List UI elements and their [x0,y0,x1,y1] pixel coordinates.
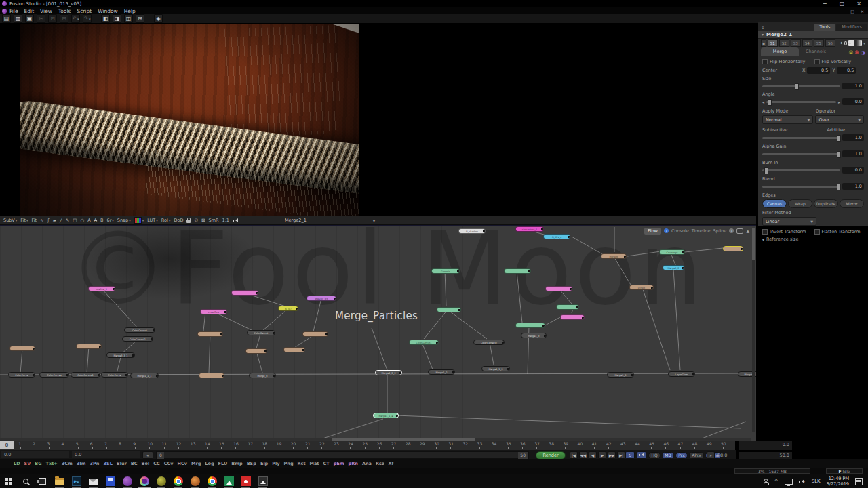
flow-node[interactable]: N_KPz_s [543,234,570,239]
node-output-port[interactable] [396,415,398,417]
node-output-port[interactable] [457,270,459,272]
flower-icon[interactable]: ✱ [854,49,859,56]
blend-field[interactable]: 1.0 [842,183,864,190]
node-output-port[interactable] [692,373,694,375]
flow-node[interactable]: ColorCurves [39,372,69,378]
flow-node[interactable]: Merge1_6 [607,372,634,378]
node-output-port[interactable] [326,333,328,336]
toolbin-ct[interactable]: CT [323,461,329,466]
node-output-port[interactable] [542,325,545,327]
layout-quad-button[interactable]: ⊞ [136,14,144,23]
comment-bubble-icon[interactable] [736,228,743,234]
taskbar-chrome-2[interactable] [203,474,220,488]
flow-node[interactable]: Merge1_5_3 [481,366,510,371]
node-output-port[interactable] [256,292,258,294]
save-button[interactable]: ▣ [25,14,34,23]
node-output-port[interactable] [528,270,530,272]
lock-icon[interactable] [186,218,191,223]
current-frame-indicator[interactable]: 0 [0,441,14,449]
flow-node[interactable] [515,323,545,328]
node-output-port[interactable] [502,342,504,344]
node-output-port[interactable] [631,374,633,376]
version-collapse-icon[interactable]: ▪ [761,39,766,47]
flow-node[interactable] [76,344,102,349]
tool-header[interactable]: ▾ Merge2_1 [758,30,868,39]
copy-button[interactable]: ⊡ [48,14,57,23]
node-output-port[interactable] [651,287,653,289]
node-output-port[interactable] [296,308,298,310]
quality-aprx-button[interactable]: APrx [689,452,704,459]
buffer-ab-split-button[interactable]: A [94,218,97,223]
redo-button[interactable]: ↷▾ [83,14,92,23]
flow-horizontal-scrollbar[interactable] [0,438,751,441]
node-output-port[interactable] [125,374,127,376]
flow-node[interactable]: LayerGlow [668,371,695,377]
menu-file[interactable]: File [9,8,18,14]
dod-button[interactable]: DoD [174,218,183,223]
flow-node[interactable] [283,347,305,352]
flow-tab-timeline[interactable]: Timeline [692,228,711,234]
fit-button[interactable]: Fit [31,218,37,223]
lut-button[interactable]: LUT▾ [147,218,158,223]
node-output-port[interactable] [113,288,115,290]
flow-tab-console[interactable]: Console [671,228,689,234]
version-s3-button[interactable]: S3 [791,39,801,47]
angle-right-arrow-icon[interactable]: ▸ [838,100,840,104]
undo-dropdown-icon[interactable]: ▾ [77,17,79,21]
taskbar-olive-app[interactable] [153,474,170,488]
flow-node[interactable]: Merge6 [601,253,627,259]
flow-tab-flow[interactable]: Flow [644,228,661,235]
flow-node[interactable]: Genesis [431,268,460,274]
timeline-ruler[interactable]: 0123456789101112131415161718192021222324… [0,441,735,450]
mask-tool-icon[interactable]: ▰ [53,218,56,223]
language-indicator[interactable]: SLK [812,479,821,484]
node-output-port[interactable] [153,329,155,331]
flow-node[interactable]: ColorCorrect [124,327,155,333]
paste-button[interactable]: ⊟ [60,14,68,23]
image-viewer[interactable] [20,24,359,216]
taskbar-photoshop[interactable]: Ps [68,474,85,488]
node-output-port[interactable] [132,354,134,357]
flow-node[interactable]: Merge1_2 [428,369,455,375]
quality-prx-button[interactable]: Prx [675,452,688,459]
node-output-port[interactable] [507,368,509,370]
toolbin-3pn[interactable]: 3Pn [90,461,100,466]
filter-method-dropdown[interactable]: Linear▼ [762,217,816,226]
invert-transform-checkbox[interactable] [762,229,768,235]
subtractive-additive-field[interactable]: 1.0 [842,134,864,141]
goto-start-button[interactable]: |◀ [570,451,578,459]
burn-in-slider[interactable] [762,169,840,171]
guides-button[interactable]: 6r▾ [107,218,114,223]
flow-node[interactable] [504,268,531,274]
toolbin-bsp[interactable]: BSp [247,461,256,466]
flow-node[interactable] [231,290,258,296]
step-forward-button[interactable]: » [707,451,715,459]
buffer-a-button[interactable]: A [87,218,90,223]
toolbin-mat[interactable]: Mat [310,461,319,466]
taskbar-orange-app[interactable] [186,474,203,488]
toolbin-3sl[interactable]: 3SL [103,461,112,466]
node-output-port[interactable] [66,374,68,376]
flow-node[interactable]: ColorCorrect2 [473,340,505,345]
node-output-port[interactable] [576,306,578,308]
subview-button[interactable]: SubV▾ [3,218,17,223]
node-output-port[interactable] [682,267,684,269]
taskbar-mail[interactable] [85,474,102,488]
edges-duplicate-button[interactable]: Duplicate [814,199,838,208]
version-s4-button[interactable]: S4 [802,39,812,47]
toolbin-ana[interactable]: Ana [362,461,372,466]
version-s6-button[interactable]: S6 [825,39,835,47]
taskbar-purple-app-1[interactable] [119,474,136,488]
toolbin-3cm[interactable]: 3Cm [62,461,73,466]
toolbin-rsz[interactable]: Rsz [376,461,384,466]
flow-node[interactable]: Merge6_8 [663,265,684,270]
flow-node[interactable]: ColorGamut1 [409,340,439,345]
menu-window[interactable]: Window [98,8,118,14]
version-s2-button[interactable]: S2 [779,39,789,47]
checker-icon[interactable]: ⊠ [201,218,205,223]
layout-flow-button[interactable]: ◫ [124,14,133,23]
flow-node[interactable]: crossflow [200,309,227,314]
flow-node[interactable]: xtaline_1 [88,286,115,291]
menu-edit[interactable]: Edit [24,8,35,14]
toolbin-xf[interactable]: Xf [389,461,394,466]
